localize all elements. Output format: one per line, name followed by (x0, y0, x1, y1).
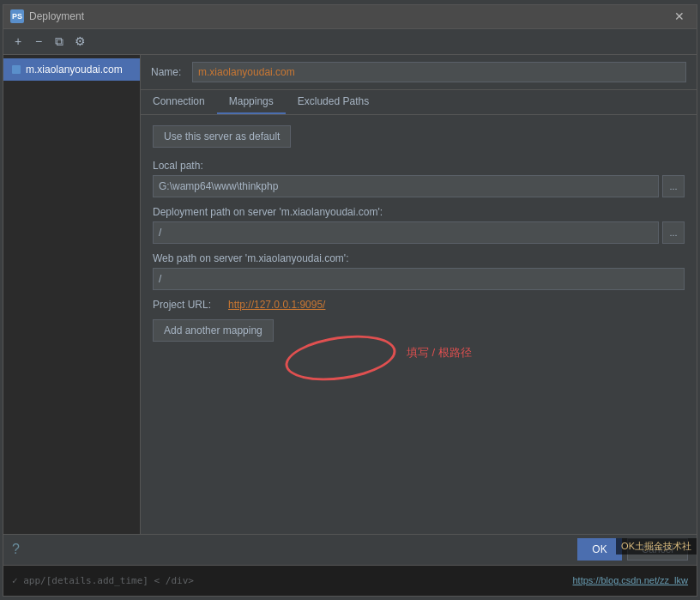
remove-server-button[interactable]: − (29, 32, 48, 51)
name-label: Name: (151, 66, 185, 78)
bottom-bar: ✓ app/[details.add_time] < /div> https:/… (3, 565, 697, 596)
deployment-path-input[interactable] (153, 221, 659, 244)
web-path-label: Web path on server 'm.xiaolanyoudai.com'… (153, 252, 685, 264)
local-path-group: Local path: ... (153, 160, 685, 197)
help-icon[interactable]: ? (12, 542, 20, 557)
deployment-path-row: ... (153, 221, 685, 244)
sidebar-item-label: m.xiaolanyoudai.com (26, 64, 123, 76)
toolbar: + − ⧉ ⚙ (3, 29, 697, 55)
settings-button[interactable]: ⚙ (70, 32, 89, 51)
add-mapping-button[interactable]: Add another mapping (153, 319, 274, 342)
server-icon (12, 65, 21, 74)
main-content: m.xiaolanyoudai.com Name: Connection Map… (3, 55, 697, 534)
deployment-dialog: PS Deployment ✕ + − ⧉ ⚙ m.xiaolanyoudai.… (3, 4, 697, 597)
server-sidebar: m.xiaolanyoudai.com (3, 55, 141, 534)
tab-excluded-paths[interactable]: Excluded Paths (286, 90, 381, 114)
dialog-footer: ? OK Cancel (3, 534, 697, 565)
name-row: Name: (141, 55, 697, 90)
close-button[interactable]: ✕ (669, 8, 690, 25)
tabs: Connection Mappings Excluded Paths (141, 90, 697, 115)
ok-button[interactable]: OK (577, 538, 621, 561)
app-icon: PS (10, 9, 24, 23)
tab-connection[interactable]: Connection (141, 90, 217, 114)
footer-buttons: OK Cancel (577, 538, 688, 561)
project-url-row: Project URL: http://127.0.0.1:9095/ (153, 299, 685, 311)
name-input[interactable] (192, 62, 686, 82)
tab-mappings[interactable]: Mappings (217, 90, 286, 114)
web-path-input[interactable] (153, 268, 685, 290)
copy-server-button[interactable]: ⧉ (50, 32, 69, 51)
deployment-path-label: Deployment path on server 'm.xiaolanyoud… (153, 206, 685, 218)
cancel-button[interactable]: Cancel (627, 538, 688, 561)
local-path-row: ... (153, 175, 685, 197)
title-bar: PS Deployment ✕ (3, 5, 697, 29)
deployment-path-group: Deployment path on server 'm.xiaolanyoud… (153, 206, 685, 244)
dialog-title: Deployment (29, 10, 669, 22)
web-path-group: Web path on server 'm.xiaolanyoudai.com'… (153, 252, 685, 290)
default-server-button[interactable]: Use this server as default (153, 125, 291, 148)
project-url-label: Project URL: (153, 299, 221, 311)
local-path-input[interactable] (153, 175, 659, 197)
deployment-path-browse-button[interactable]: ... (662, 221, 685, 244)
web-path-row (153, 268, 685, 290)
annotation-text: 填写 / 根路径 (407, 345, 472, 361)
blog-url[interactable]: https://blog.csdn.net/zz_lkw (572, 575, 688, 585)
content-area: Name: Connection Mappings Excluded Paths… (141, 55, 697, 534)
add-server-button[interactable]: + (9, 32, 27, 51)
local-path-label: Local path: (153, 160, 685, 172)
sidebar-item-server[interactable]: m.xiaolanyoudai.com (3, 58, 140, 81)
local-path-browse-button[interactable]: ... (662, 175, 685, 197)
annotation-circle (282, 329, 399, 387)
mappings-tab-content: Use this server as default Local path: .… (141, 115, 697, 534)
status-code-text: ✓ app/[details.add_time] < /div> (12, 575, 194, 586)
project-url-value[interactable]: http://127.0.0.1:9095/ (228, 299, 325, 311)
